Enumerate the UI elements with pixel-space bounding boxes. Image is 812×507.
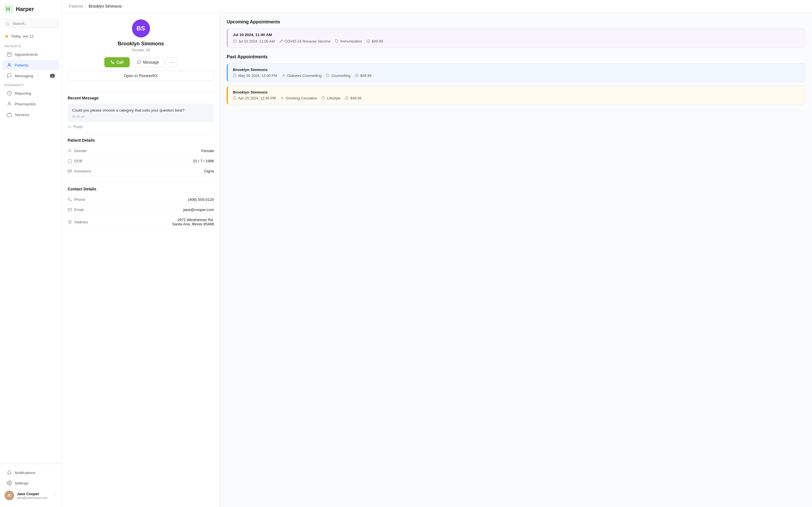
phone-icon — [110, 60, 114, 64]
pioneer-label: Open in PioneerRX — [124, 73, 158, 78]
reply-link[interactable]: Reply — [68, 124, 214, 129]
email-label: Email — [74, 208, 84, 212]
svg-point-14 — [69, 150, 70, 151]
sidebar-item-messaging[interactable]: Messaging 1 — [2, 71, 59, 81]
insurance-icon — [68, 169, 72, 173]
svg-point-2 — [6, 22, 9, 25]
patient-avatar: BS — [132, 19, 150, 38]
gender-icon — [68, 149, 72, 153]
address-icon — [68, 220, 72, 224]
pioneer-button[interactable]: Open in PioneerRX — [68, 71, 214, 81]
user-more-button[interactable]: ··· — [54, 493, 57, 498]
user-info: Jane Cooper jane@yourharper.com — [17, 492, 51, 499]
patient-gender-age: Female, 28 — [68, 48, 214, 52]
today-label: Today, Jun 12 — [0, 33, 62, 40]
sidebar: H Harper Today, Jun 12 PATIENTS Appointm… — [0, 0, 62, 507]
upcoming-time: Jul 10 2024, 11:00 AM — [238, 39, 274, 43]
breadcrumb-parent[interactable]: Patients — [69, 4, 83, 8]
clock-icon-3 — [233, 96, 237, 100]
sidebar-item-appointments[interactable]: Appointments — [2, 49, 59, 59]
svg-text:H: H — [6, 6, 10, 12]
breadcrumb-separator: / — [86, 4, 87, 8]
sidebar-item-settings[interactable]: Settings — [2, 478, 59, 488]
messaging-badge: 1 — [50, 74, 55, 78]
tag-icon-1 — [335, 40, 339, 43]
breadcrumb-current: Brooklyn Simmons — [89, 4, 121, 8]
past-1-price: $49.99 — [360, 73, 371, 78]
message-time: 09:45 am — [72, 115, 209, 118]
dollar-icon-2 — [355, 74, 359, 77]
notifications-icon — [7, 470, 12, 475]
person-icon-3 — [280, 96, 284, 100]
content-area: BS Brooklyn Simmons Female, 28 Call Mess… — [62, 13, 812, 507]
sidebar-item-pharmacists[interactable]: Pharmacists — [2, 99, 59, 109]
syringe-icon — [279, 40, 283, 43]
upcoming-service: COVID-19 Novavax Vaccine — [285, 39, 331, 43]
past-2-details: Apr 25 2024, 12:30 PM · Smoking Cessatio… — [233, 96, 800, 100]
action-buttons: Call Message ··· — [68, 57, 214, 67]
harper-logo-icon: H — [4, 4, 13, 13]
call-label: Call — [116, 60, 123, 64]
past-2-name: Brooklyn Simmons — [233, 90, 800, 94]
past-appointment-card-1[interactable]: Brooklyn Simmons May 30 2024, 12:00 PM ·… — [227, 63, 805, 82]
address-row: Address 2972 Westheimer Rd. Santa Ana, I… — [68, 215, 214, 229]
svg-point-32 — [282, 97, 283, 98]
messaging-icon — [7, 73, 12, 78]
call-button[interactable]: Call — [104, 57, 130, 67]
phone-label: Phone — [74, 198, 85, 202]
message-text: Could you please choose a category that … — [72, 108, 209, 113]
user-row[interactable]: JC Jane Cooper jane@yourharper.com ··· — [0, 489, 62, 503]
dollar-icon-3 — [345, 96, 349, 100]
svg-point-11 — [8, 102, 10, 104]
past-1-category: Counselling — [331, 73, 350, 78]
search-container[interactable] — [3, 19, 58, 28]
star-icon — [4, 34, 9, 38]
sidebar-item-reporting[interactable]: Reporting — [2, 88, 59, 98]
past-2-time: Apr 25 2024, 12:30 PM — [238, 96, 276, 100]
appointments-label: Appointments — [15, 52, 38, 57]
sidebar-item-patients[interactable]: Patients — [2, 60, 59, 70]
message-button[interactable]: Message — [132, 57, 164, 67]
phone-value: (406) 555-0120 — [188, 198, 214, 202]
dob-icon — [68, 159, 72, 163]
past-2-category: Lifestyle — [327, 96, 341, 100]
address-value: 2972 Westheimer Rd. Santa Ana, Illinois … — [172, 218, 214, 226]
settings-label: Settings — [15, 481, 29, 485]
more-button[interactable]: ··· — [167, 57, 177, 67]
settings-icon — [7, 481, 12, 486]
main-content: Patients / Brooklyn Simmons BS Brooklyn … — [62, 0, 812, 507]
past-1-time: May 30 2024, 12:00 PM — [238, 73, 277, 78]
avatar: JC — [4, 491, 14, 500]
upcoming-title: Upcoming Appointments — [227, 19, 805, 24]
sidebar-item-services[interactable]: Services — [2, 110, 59, 120]
more-label: ··· — [170, 60, 174, 64]
logo-area: H Harper — [0, 4, 62, 19]
contact-details-title: Contact Details — [68, 187, 214, 191]
clock-icon-1 — [233, 40, 237, 43]
insurance-row: Insurance Cigna — [68, 166, 214, 176]
message-label: Message — [143, 60, 159, 64]
sidebar-item-notifications[interactable]: Notifications — [2, 467, 59, 478]
pharmacy-section-label: PHARMACY — [0, 81, 62, 88]
svg-rect-15 — [68, 160, 71, 163]
upcoming-details: Jul 10 2024, 11:00 AM · COVID-19 Novavax… — [233, 39, 800, 43]
past-appointment-card-2[interactable]: Brooklyn Simmons Apr 25 2024, 12:30 PM ·… — [227, 86, 805, 105]
pharmacists-label: Pharmacists — [15, 102, 36, 106]
reporting-label: Reporting — [15, 91, 31, 96]
email-icon — [68, 208, 72, 212]
email-row: Email jane@cooper.com — [68, 205, 214, 215]
app-name: Harper — [16, 6, 34, 12]
gender-row: Gender Female — [68, 146, 214, 156]
breadcrumb: Patients / Brooklyn Simmons — [62, 0, 812, 13]
insurance-value: Cigna — [204, 169, 214, 173]
svg-line-3 — [8, 24, 9, 25]
upcoming-appointment-card[interactable]: Jul 10 2024, 11:00 AM Jul 10 2024, 11:00… — [227, 29, 805, 48]
search-input[interactable] — [3, 19, 58, 28]
patient-panel: BS Brooklyn Simmons Female, 28 Call Mess… — [62, 13, 220, 507]
message-icon — [137, 60, 141, 64]
past-1-details: May 30 2024, 12:00 PM · Diabetes Counsel… — [233, 73, 800, 78]
patients-icon — [7, 62, 12, 68]
past-1-service: Diabetes Counselling — [287, 73, 322, 78]
phone-detail-icon — [68, 198, 72, 202]
patient-details-title: Patient Details — [68, 138, 214, 143]
